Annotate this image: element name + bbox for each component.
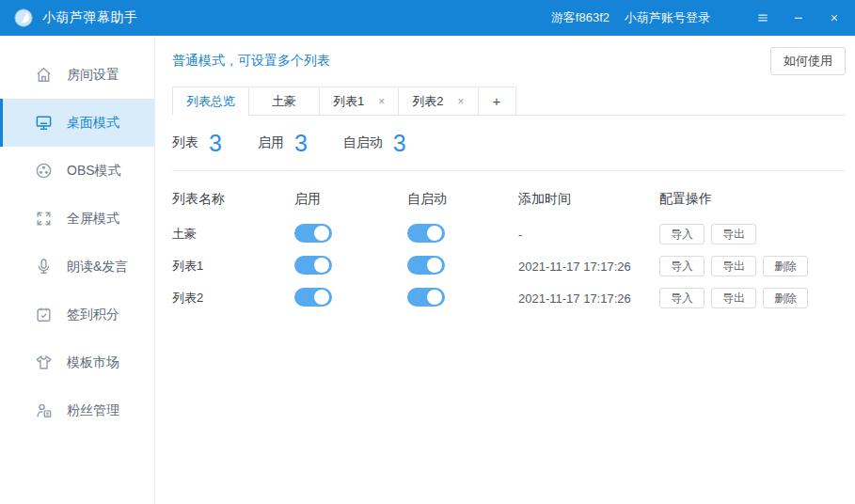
- home-icon: [35, 66, 53, 84]
- sidebar-item-label: 房间设置: [67, 67, 119, 84]
- sidebar-item-label: OBS模式: [67, 163, 121, 180]
- microphone-icon: [35, 258, 53, 276]
- tab-close-icon[interactable]: ×: [378, 95, 385, 108]
- tshirt-icon: [35, 354, 53, 371]
- sidebar-item-1[interactable]: 桌面模式: [0, 99, 154, 147]
- column-header: 列表名称: [172, 191, 294, 208]
- tab-label: +: [493, 93, 501, 109]
- app-logo-icon: [13, 8, 34, 28]
- close-icon[interactable]: [827, 10, 842, 25]
- sidebar-item-7[interactable]: 粉丝管理: [0, 386, 154, 434]
- toggle-knob: [427, 226, 442, 241]
- main-header: 普通模式，可设置多个列表 如何使用: [172, 36, 846, 87]
- sidebar-item-label: 桌面模式: [67, 115, 119, 132]
- row-actions: 导入导出: [659, 224, 846, 244]
- column-header: 自启动: [407, 191, 518, 208]
- tab-label: 土豪: [272, 93, 296, 110]
- fullscreen-icon: [35, 210, 53, 228]
- sidebar-item-label: 签到积分: [67, 307, 119, 323]
- table-header: 列表名称启用自启动添加时间配置操作: [172, 186, 846, 213]
- export-button[interactable]: 导出: [711, 224, 756, 244]
- autostart-toggle[interactable]: [407, 256, 445, 275]
- main-content: 普通模式，可设置多个列表 如何使用 列表总览土豪列表1×列表2×+ 列表3启用3…: [155, 36, 855, 504]
- tab-label: 列表总览: [186, 93, 235, 110]
- sidebar-item-2[interactable]: OBS模式: [0, 147, 154, 195]
- tab-1[interactable]: 土豪: [248, 87, 320, 115]
- import-button[interactable]: 导入: [659, 288, 705, 308]
- sidebar-item-label: 全屏模式: [67, 211, 119, 228]
- sidebar-item-3[interactable]: 全屏模式: [0, 195, 154, 243]
- column-header: 配置操作: [659, 191, 846, 208]
- import-button[interactable]: 导入: [659, 256, 705, 276]
- stat-2: 自启动3: [343, 132, 406, 155]
- autostart-toggle[interactable]: [407, 288, 445, 307]
- stat-label: 自启动: [343, 134, 383, 151]
- enabled-toggle[interactable]: [294, 288, 332, 307]
- checkin-calendar-icon: [35, 306, 53, 323]
- app-title: 小葫芦弹幕助手: [42, 9, 138, 26]
- delete-button[interactable]: 删除: [763, 256, 808, 276]
- add-tab-button[interactable]: +: [478, 87, 516, 115]
- stats-row: 列表3启用3自启动3: [172, 116, 846, 171]
- row-actions: 导入导出删除: [659, 256, 846, 276]
- sidebar-item-0[interactable]: 房间设置: [0, 51, 154, 99]
- import-button[interactable]: 导入: [659, 224, 705, 244]
- enabled-toggle[interactable]: [294, 224, 332, 243]
- sidebar-item-6[interactable]: 模板市场: [0, 339, 154, 386]
- toggle-knob: [314, 258, 329, 273]
- tab-label: 列表2: [412, 93, 443, 110]
- fans-icon: [35, 402, 53, 419]
- stat-value: 3: [393, 132, 406, 155]
- toggle-knob: [314, 226, 329, 241]
- toggle-knob: [427, 290, 442, 305]
- enabled-toggle[interactable]: [294, 256, 332, 275]
- titlebar: 小葫芦弹幕助手 游客f863f2 小葫芦账号登录: [0, 0, 855, 36]
- autostart-toggle[interactable]: [407, 224, 445, 243]
- account-login-button[interactable]: 小葫芦账号登录: [625, 9, 710, 26]
- sidebar-item-label: 朗读&发言: [67, 259, 128, 276]
- tab-3[interactable]: 列表2×: [398, 87, 478, 115]
- tab-close-icon[interactable]: ×: [457, 95, 464, 108]
- table-body: 土豪-导入导出列表12021-11-17 17:17:26导入导出删除列表220…: [172, 218, 846, 314]
- obs-icon: [35, 162, 53, 180]
- list-name: 土豪: [172, 226, 294, 243]
- desktop-icon: [35, 114, 53, 132]
- tab-bar: 列表总览土豪列表1×列表2×+: [172, 87, 846, 116]
- column-header: 添加时间: [518, 191, 659, 208]
- delete-button[interactable]: 删除: [763, 288, 808, 308]
- sidebar-item-5[interactable]: 签到积分: [0, 291, 154, 339]
- sidebar-item-label: 粉丝管理: [67, 402, 119, 419]
- column-header: 启用: [294, 191, 407, 208]
- table-row: 列表12021-11-17 17:17:26导入导出删除: [172, 250, 846, 282]
- export-button[interactable]: 导出: [711, 288, 756, 308]
- export-button[interactable]: 导出: [711, 256, 756, 276]
- toggle-knob: [427, 258, 442, 273]
- list-name: 列表1: [172, 258, 294, 275]
- minimize-icon[interactable]: [791, 10, 806, 25]
- stat-value: 3: [209, 132, 222, 155]
- toggle-knob: [314, 290, 329, 305]
- stat-1: 启用3: [258, 132, 308, 155]
- list-name: 列表2: [172, 290, 294, 307]
- table-row: 土豪-导入导出: [172, 218, 846, 250]
- sidebar-item-label: 模板市场: [67, 354, 119, 371]
- sidebar-item-4[interactable]: 朗读&发言: [0, 243, 154, 291]
- added-time: -: [518, 228, 659, 242]
- tab-2[interactable]: 列表1×: [319, 87, 399, 115]
- added-time: 2021-11-17 17:17:26: [518, 291, 659, 306]
- menu-icon[interactable]: [755, 10, 770, 25]
- tab-label: 列表1: [333, 93, 364, 110]
- table-row: 列表22021-11-17 17:17:26导入导出删除: [172, 282, 846, 314]
- tab-0[interactable]: 列表总览: [172, 87, 249, 115]
- sidebar: 房间设置桌面模式OBS模式全屏模式朗读&发言签到积分模板市场粉丝管理: [0, 36, 155, 504]
- how-to-use-button[interactable]: 如何使用: [770, 47, 846, 75]
- added-time: 2021-11-17 17:17:26: [518, 260, 659, 274]
- row-actions: 导入导出删除: [659, 288, 846, 308]
- stat-label: 列表: [172, 134, 198, 151]
- stat-label: 启用: [258, 134, 284, 151]
- stat-0: 列表3: [172, 132, 222, 155]
- mode-title: 普通模式，可设置多个列表: [172, 53, 330, 70]
- guest-account-label[interactable]: 游客f863f2: [551, 9, 610, 26]
- stat-value: 3: [294, 132, 308, 155]
